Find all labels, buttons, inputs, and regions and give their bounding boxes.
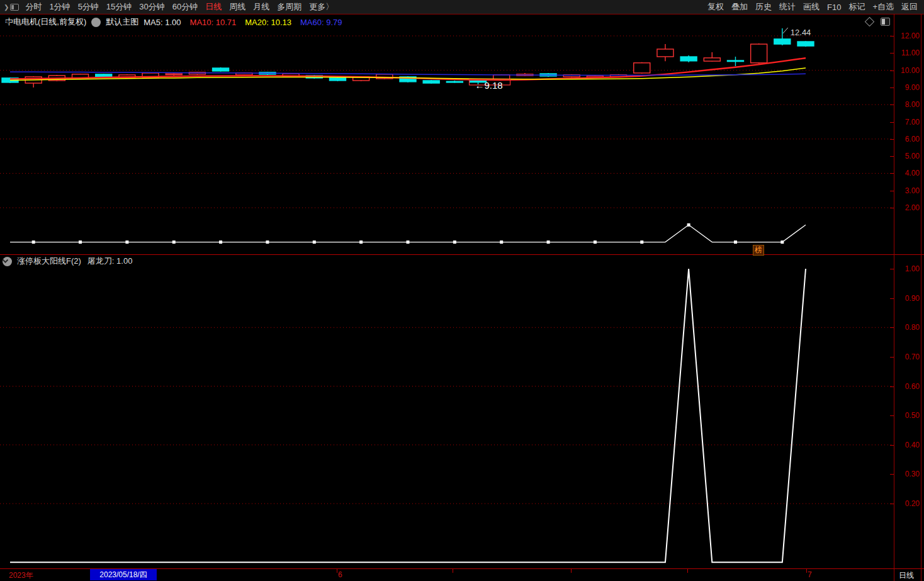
menu-item-period-8[interactable]: 月线 (253, 1, 269, 13)
selected-date[interactable]: 2023/05/18/四 (90, 569, 157, 580)
menu-item-period-9[interactable]: 多周期 (277, 1, 301, 13)
chevron-down-circle-icon[interactable] (3, 257, 12, 266)
indicator-axis-label: 0.40 (892, 441, 920, 449)
rank-badge[interactable]: 榜 (753, 245, 764, 256)
price-axis-label: 5.00 (892, 152, 920, 161)
main-chart-svg[interactable]: ←9.1812.44 (0, 14, 894, 254)
price-axis-label: 9.00 (892, 83, 920, 92)
indicator-axis-label: 0.80 (892, 323, 920, 332)
menu-item-tool-8[interactable]: 返回 (901, 1, 918, 13)
panel-split-icon[interactable] (881, 18, 890, 26)
menu-item-period-2[interactable]: 5分钟 (78, 1, 99, 13)
indicator-chart-svg[interactable] (0, 266, 894, 568)
indicator-axis-label: 0.70 (892, 353, 920, 361)
menu-item-period-0[interactable]: 分时 (25, 1, 42, 13)
indicator-header: 涨停板大阳线F(2) 屠龙刀: 1.00 (3, 256, 138, 267)
app-window: ❯ 分时1分钟5分钟15分钟30分钟60分钟日线周线月线多周期更多〉 复权叠加历… (0, 0, 924, 581)
period-label: 日线 (899, 570, 914, 581)
menu-item-tool-4[interactable]: 画线 (803, 1, 820, 13)
month-tick (571, 569, 572, 573)
indicator-value-label: 屠龙刀: 1.00 (87, 256, 133, 267)
menu-item-period-4[interactable]: 30分钟 (139, 1, 164, 13)
ma-label-3: MA60: 9.79 (300, 18, 342, 27)
menu-item-tool-3[interactable]: 统计 (779, 1, 796, 13)
ma-label-0: MA5: 1.00 (144, 18, 181, 27)
ma-label-2: MA20: 10.13 (245, 18, 291, 27)
price-axis-label: 6.00 (892, 135, 920, 144)
chart-header: 中电电机(日线,前复权) 默认主图 MA5: 1.00MA10: 10.71MA… (5, 16, 351, 28)
price-axis-label: 2.00 (892, 203, 920, 212)
menu-item-tool-1[interactable]: 叠加 (731, 1, 748, 13)
month-tick (453, 569, 453, 573)
indicator-axis-label: 0.60 (892, 382, 920, 391)
menu-item-tool-2[interactable]: 历史 (755, 1, 772, 13)
price-axis-label: 10.00 (892, 66, 920, 75)
month-label: 6 (338, 570, 342, 579)
layout-label[interactable]: 默认主图 (106, 16, 138, 28)
time-axis-bar: 2023年 2023/05/18/四 日线 67 (0, 569, 924, 581)
stock-title: 中电电机(日线,前复权) (5, 16, 86, 28)
year-label: 2023年 (9, 570, 33, 581)
tool-menu: 复权叠加历史统计画线F10标记+自选返回 (704, 0, 924, 14)
price-axis-label: 8.00 (892, 100, 920, 109)
window-right-border (921, 14, 921, 581)
price-axis-label: 11.00 (892, 48, 920, 57)
diamond-icon[interactable] (865, 17, 875, 27)
menu-item-period-5[interactable]: 60分钟 (172, 1, 198, 13)
indicator-axis-label: 0.50 (892, 411, 920, 420)
menu-item-period-6[interactable]: 日线 (205, 1, 222, 13)
price-axis-label: 3.00 (892, 186, 920, 195)
month-label: 7 (808, 570, 812, 579)
menu-item-period-7[interactable]: 周线 (229, 1, 245, 13)
indicator-axis-label: 0.20 (892, 499, 920, 508)
period-menu: ❯ 分时1分钟5分钟15分钟30分钟60分钟日线周线月线多周期更多〉 (0, 0, 337, 14)
month-tick (806, 569, 807, 573)
svg-text:←9.18: ←9.18 (475, 80, 503, 91)
price-axis-label: 12.00 (892, 31, 920, 40)
menu-item-tool-5[interactable]: F10 (827, 3, 841, 12)
ma-label-1: MA10: 10.71 (190, 18, 237, 27)
panel-divider (0, 254, 924, 255)
menubar: ❯ 分时1分钟5分钟15分钟30分钟60分钟日线周线月线多周期更多〉 复权叠加历… (0, 0, 924, 14)
indicator-axis-label: 0.90 (892, 294, 920, 303)
month-tick (337, 569, 337, 573)
axis-divider-line (894, 14, 894, 581)
menu-item-period-1[interactable]: 1分钟 (49, 1, 70, 13)
menu-item-tool-7[interactable]: +自选 (872, 1, 894, 13)
price-axis-label: 7.00 (892, 118, 920, 127)
menu-item-tool-6[interactable]: 标记 (848, 1, 865, 13)
indicator-title: 涨停板大阳线F(2) (17, 256, 81, 267)
chevron-down-circle-icon[interactable] (91, 18, 101, 27)
menu-item-period-10[interactable]: 更多〉 (309, 1, 334, 13)
month-tick (687, 569, 688, 573)
indicator-axis-label: 0.30 (892, 470, 920, 478)
menu-item-period-3[interactable]: 15分钟 (106, 1, 132, 13)
menu-item-tool-0[interactable]: 复权 (707, 1, 724, 13)
chart-corner-icons (866, 18, 890, 26)
svg-text:12.44: 12.44 (791, 28, 811, 37)
price-axis-label: 4.00 (892, 169, 920, 178)
panel-toggle-icon[interactable]: ❯ (4, 4, 19, 11)
indicator-axis-label: 1.00 (892, 264, 920, 273)
